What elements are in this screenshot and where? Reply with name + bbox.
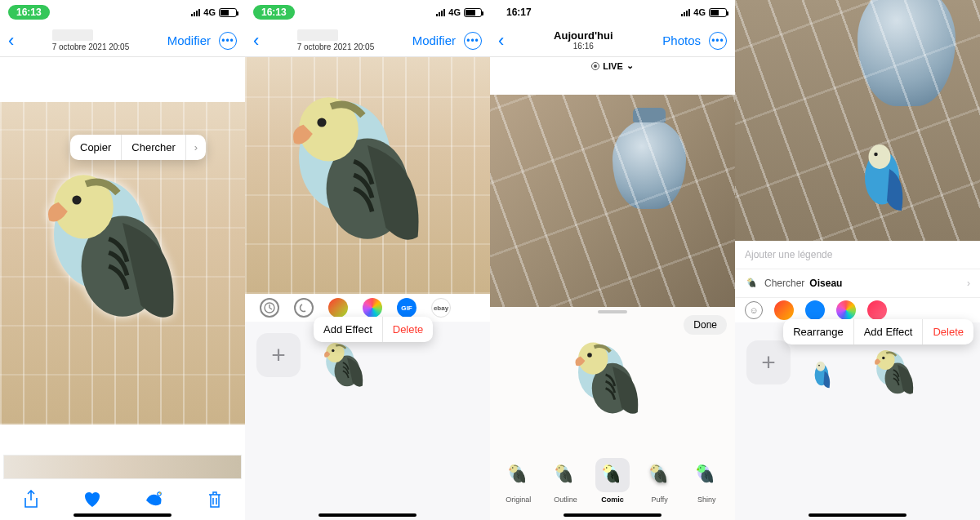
thumbnail-strip[interactable] bbox=[3, 455, 242, 479]
activity-icon[interactable] bbox=[328, 298, 348, 318]
screen-sticker-tray-two: Ajouter une légende Chercher Oiseau › ☺ … bbox=[735, 0, 980, 520]
add-sticker-button[interactable]: + bbox=[746, 340, 791, 384]
photo-view[interactable] bbox=[490, 95, 735, 307]
chevron-down-icon: ⌄ bbox=[626, 60, 634, 71]
back-button[interactable]: ‹ bbox=[253, 30, 259, 51]
ebay-app-icon[interactable]: ebay bbox=[431, 298, 451, 318]
nav-title: 7 octobre 2021 20:05 bbox=[297, 29, 375, 52]
delete-button[interactable]: Delete bbox=[923, 319, 973, 344]
photo-view-cropped[interactable] bbox=[735, 0, 980, 241]
trash-icon[interactable] bbox=[204, 489, 225, 510]
screen-effect-picker: 16:17 4G ‹ Aujourd'hui 16:16 Photos ••• … bbox=[490, 0, 735, 520]
screen-sticker-tray: 16:13 4G ‹ 7 octobre 2021 20:05 Modifier… bbox=[245, 0, 490, 520]
sticker-budgie[interactable] bbox=[862, 340, 933, 411]
svg-point-8 bbox=[159, 492, 161, 494]
live-badge[interactable]: LIVE ⌄ bbox=[490, 57, 735, 74]
redacted-name bbox=[52, 29, 93, 41]
status-time: 16:13 bbox=[253, 5, 295, 20]
more-button[interactable]: ••• bbox=[709, 32, 727, 50]
nav-title: 7 octobre 2021 20:05 bbox=[52, 29, 130, 52]
photos-button[interactable]: Photos bbox=[662, 33, 701, 47]
signal-icon bbox=[191, 9, 200, 16]
battery-icon bbox=[464, 8, 482, 17]
nav-bar: ‹ 7 octobre 2021 20:05 Modifier ••• bbox=[0, 24, 245, 57]
more-chevron-icon[interactable]: › bbox=[186, 135, 206, 160]
photos-app-icon[interactable] bbox=[836, 300, 856, 320]
bird-lookup-icon bbox=[745, 276, 760, 291]
share-icon[interactable] bbox=[20, 489, 42, 510]
status-time: 16:13 bbox=[8, 5, 50, 20]
status-bar: 16:17 4G bbox=[490, 0, 735, 24]
effect-puffy[interactable]: Puffy bbox=[643, 458, 677, 504]
drag-handle[interactable] bbox=[598, 310, 627, 313]
gif-app-icon[interactable]: GIF bbox=[397, 298, 416, 318]
network-label: 4G bbox=[203, 7, 216, 17]
more-button[interactable]: ••• bbox=[464, 32, 482, 50]
live-icon bbox=[591, 62, 599, 70]
subject-budgie[interactable] bbox=[8, 143, 237, 371]
photo-view[interactable] bbox=[245, 57, 490, 294]
effect-shiny[interactable]: Shiny bbox=[689, 458, 724, 504]
activity-icon[interactable] bbox=[774, 300, 794, 320]
sticker-context-menu: Add Effect Delete bbox=[314, 317, 433, 342]
emoji-icon[interactable]: ☺ bbox=[745, 301, 763, 319]
search-button[interactable]: Chercher bbox=[122, 135, 185, 160]
sticker-budgie[interactable] bbox=[312, 333, 382, 403]
nav-title: Aujourd'hui 16:16 bbox=[554, 29, 612, 52]
memoji-icon[interactable] bbox=[294, 298, 314, 318]
status-bar: 16:13 4G bbox=[0, 0, 245, 24]
back-button[interactable]: ‹ bbox=[498, 30, 504, 51]
appstore-app-icon[interactable] bbox=[805, 300, 825, 320]
visual-lookup-bird-icon[interactable] bbox=[143, 489, 164, 510]
add-effect-button[interactable]: Add Effect bbox=[314, 317, 383, 342]
recents-icon[interactable] bbox=[260, 298, 279, 318]
status-time: 16:17 bbox=[498, 7, 532, 18]
visual-lookup-row[interactable]: Chercher Oiseau › bbox=[735, 269, 980, 298]
signal-icon bbox=[681, 9, 690, 16]
effect-canvas: Done Original Outline Comic Puffy bbox=[490, 307, 735, 520]
edit-button[interactable]: Modifier bbox=[167, 33, 211, 47]
sticker-tray: Rearrange Add Effect Delete + bbox=[735, 322, 980, 520]
sticker-blue-budgie[interactable] bbox=[802, 340, 851, 414]
sticker-context-menu: Rearrange Add Effect Delete bbox=[783, 319, 973, 344]
back-button[interactable]: ‹ bbox=[8, 30, 14, 51]
done-button[interactable]: Done bbox=[684, 315, 727, 335]
add-sticker-button[interactable]: + bbox=[256, 333, 301, 377]
photo-view[interactable]: Copier Chercher › bbox=[0, 102, 245, 424]
home-indicator bbox=[74, 513, 172, 517]
screen-photos-detail: 16:13 4G ‹ 7 octobre 2021 20:05 Modifier… bbox=[0, 0, 245, 520]
effect-picker: Original Outline Comic Puffy Shiny bbox=[490, 458, 735, 504]
subject-budgie bbox=[253, 65, 482, 294]
caption-field[interactable]: Ajouter une légende bbox=[735, 241, 980, 269]
subject-blue-budgie bbox=[833, 122, 956, 241]
signal-icon bbox=[436, 9, 445, 16]
nav-bar: ‹ Aujourd'hui 16:16 Photos ••• bbox=[490, 24, 735, 57]
rearrange-button[interactable]: Rearrange bbox=[783, 319, 853, 344]
copy-button[interactable]: Copier bbox=[70, 135, 122, 160]
sticker-tray: Add Effect Delete + bbox=[245, 322, 490, 520]
more-button[interactable]: ••• bbox=[219, 32, 237, 50]
edit-button[interactable]: Modifier bbox=[412, 33, 456, 47]
battery-icon bbox=[219, 8, 237, 17]
effect-comic[interactable]: Comic bbox=[595, 458, 630, 504]
nav-bar: ‹ 7 octobre 2021 20:05 Modifier ••• bbox=[245, 24, 490, 57]
effect-original[interactable]: Original bbox=[501, 458, 536, 504]
chevron-right-icon: › bbox=[967, 278, 970, 289]
home-indicator bbox=[318, 513, 416, 517]
home-indicator bbox=[564, 513, 662, 517]
add-effect-button[interactable]: Add Effect bbox=[854, 319, 924, 344]
home-indicator bbox=[808, 513, 906, 517]
delete-button[interactable]: Delete bbox=[383, 317, 434, 342]
battery-icon bbox=[709, 8, 727, 17]
context-menu: Copier Chercher › bbox=[70, 135, 206, 160]
status-bar: 16:13 4G bbox=[245, 0, 490, 24]
favorite-icon[interactable] bbox=[82, 489, 103, 510]
sticker-preview[interactable] bbox=[555, 327, 670, 441]
effect-outline[interactable]: Outline bbox=[548, 458, 582, 504]
